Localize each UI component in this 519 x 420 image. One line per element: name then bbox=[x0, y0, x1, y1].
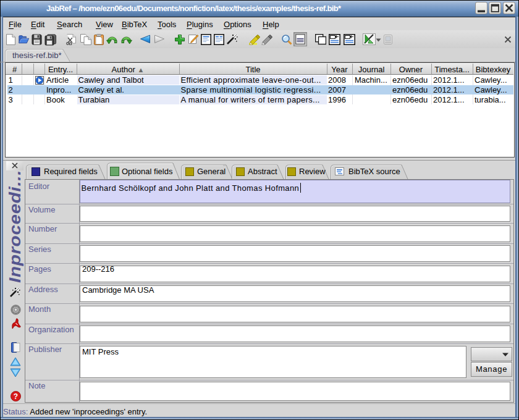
svg-text:?: ? bbox=[14, 392, 18, 401]
